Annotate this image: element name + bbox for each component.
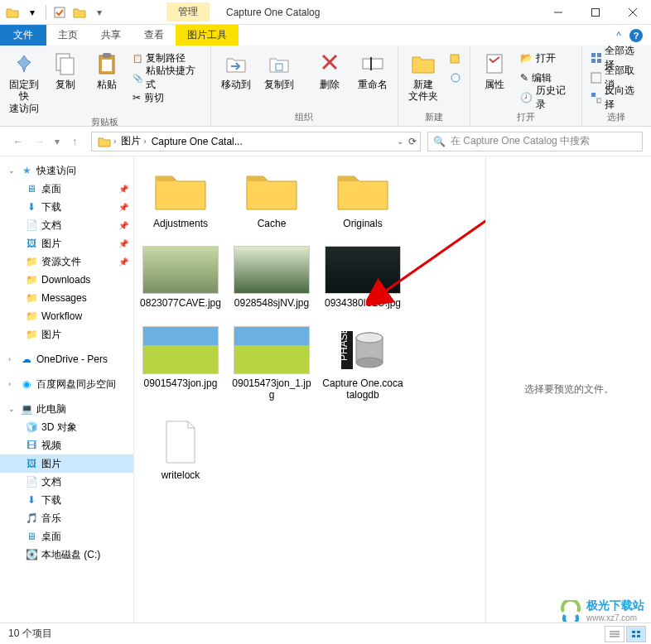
context-tab-manage[interactable]: 管理	[166, 2, 210, 22]
file-image-4[interactable]: 09015473jon.jpg	[139, 326, 222, 401]
recent-dropdown[interactable]: ▾	[51, 132, 63, 151]
nav-desktop2[interactable]: 🖥桌面	[0, 527, 133, 545]
nav-onedrive[interactable]: ›☁OneDrive - Pers	[0, 350, 133, 368]
qat-overflow-icon[interactable]: ▾	[90, 3, 108, 22]
breadcrumb-dropdown-icon[interactable]: ⌄	[397, 137, 403, 146]
copy-button[interactable]: 复制	[46, 47, 84, 90]
disk-icon: 💽	[25, 548, 38, 561]
tab-picture-tools[interactable]: 图片工具	[176, 25, 239, 46]
refresh-icon[interactable]: ⟳	[408, 136, 417, 147]
view-toggles	[605, 626, 646, 642]
breadcrumb[interactable]: › 图片› Capture One Catal... ⌄ ⟳	[91, 132, 421, 151]
paste-button[interactable]: 粘贴	[88, 47, 126, 90]
breadcrumb-seg-pictures[interactable]: 图片›	[118, 134, 148, 148]
svg-rect-15	[451, 55, 459, 63]
new-folder-button[interactable]: 新建 文件夹	[403, 47, 443, 103]
cut-button[interactable]: ✂剪切	[129, 89, 205, 107]
up-button[interactable]: ↑	[65, 132, 84, 151]
breadcrumb-root-icon[interactable]: ›	[95, 136, 118, 147]
svg-rect-20	[591, 59, 596, 63]
close-button[interactable]	[614, 0, 651, 25]
delete-button[interactable]: 删除	[310, 47, 350, 90]
forward-button[interactable]: →	[30, 132, 50, 151]
move-to-button[interactable]: 移动到	[216, 47, 256, 90]
checkbox-icon[interactable]	[51, 3, 69, 22]
paste-shortcut-button[interactable]: 📎粘贴快捷方式	[129, 69, 205, 87]
tab-file[interactable]: 文件	[0, 25, 46, 46]
tab-view[interactable]: 查看	[133, 25, 176, 46]
path-icon: 📋	[133, 54, 142, 63]
file-writelock[interactable]: writelock	[139, 418, 222, 481]
tab-home[interactable]: 主页	[46, 25, 89, 46]
copy-to-button[interactable]: 复制到	[259, 47, 299, 90]
nav-3d-objects[interactable]: 🧊3D 对象	[0, 418, 133, 436]
file-image-3[interactable]: 0934380lCzU.jpg	[321, 246, 404, 309]
pin-icon: 📌	[118, 221, 128, 230]
properties-button[interactable]: 属性	[475, 47, 514, 90]
new-item-button[interactable]	[446, 49, 465, 67]
qat-dropdown-icon[interactable]: ▾	[23, 3, 41, 22]
back-button[interactable]: ←	[8, 132, 28, 151]
nav-local-disk[interactable]: 💽本地磁盘 (C:)	[0, 545, 133, 564]
nav-pictures3[interactable]: 🖼图片	[0, 454, 133, 473]
chevron-right-icon: ›	[143, 137, 146, 146]
folder-originals[interactable]: Originals	[321, 166, 404, 229]
nav-baidu[interactable]: ›◉百度网盘同步空间	[0, 375, 133, 393]
folder-icon[interactable]	[3, 3, 22, 22]
nav-desktop[interactable]: 🖥桌面📌	[0, 180, 133, 198]
svg-rect-36	[637, 631, 640, 633]
group-label-clipboard: 剪贴板	[5, 114, 205, 131]
rename-button[interactable]: 重命名	[353, 47, 393, 90]
nav-downloads[interactable]: ⬇下载📌	[0, 198, 133, 216]
breadcrumb-seg-current[interactable]: Capture One Catal...	[149, 136, 245, 147]
nav-this-pc[interactable]: ⌄💻此电脑	[0, 400, 133, 418]
pin-to-quick-access-button[interactable]: 固定到快 速访问	[5, 47, 43, 114]
nav-downloads-en[interactable]: 📁Downloads	[0, 271, 133, 289]
nav-music[interactable]: 🎵音乐	[0, 509, 133, 527]
file-catalog-db[interactable]: PHASEONE Capture One.cocatalogdb	[321, 326, 404, 401]
tab-share[interactable]: 共享	[89, 25, 133, 46]
svg-rect-21	[597, 59, 601, 63]
svg-rect-8	[103, 53, 111, 58]
chevron-right-icon: ›	[113, 137, 116, 146]
nav-resources[interactable]: 📁资源文件📌	[0, 252, 133, 271]
nav-documents2[interactable]: 📄文档	[0, 473, 133, 491]
ribbon-collapse-icon[interactable]: ^	[616, 30, 621, 41]
help-icon[interactable]: ?	[629, 29, 643, 42]
pin-icon	[11, 50, 37, 77]
search-input[interactable]: 🔍 在 Capture One Catalog 中搜索	[427, 132, 643, 151]
nav-downloads2[interactable]: ⬇下载	[0, 491, 133, 509]
file-list[interactable]: Adjustments Cache Originals 0823077CAVE.…	[134, 156, 485, 622]
easy-access-button[interactable]	[446, 69, 465, 87]
folder-small-icon[interactable]	[70, 3, 89, 22]
folder-adjustments[interactable]: Adjustments	[139, 166, 222, 229]
file-image-5[interactable]: 09015473jon_1.jpg	[230, 326, 313, 401]
group-label-select: 选择	[587, 109, 646, 126]
folder-cache[interactable]: Cache	[230, 166, 313, 229]
history-icon: 🕗	[520, 92, 533, 103]
navigation-pane[interactable]: ⌄★快速访问 🖥桌面📌 ⬇下载📌 📄文档📌 🖼图片📌 📁资源文件📌 📁Downl…	[0, 156, 134, 622]
nav-messages[interactable]: 📁Messages	[0, 289, 133, 307]
new-folder-icon	[410, 50, 436, 77]
details-view-button[interactable]	[605, 626, 624, 642]
download-icon: ⬇	[25, 493, 38, 507]
nav-pictures2[interactable]: 📁图片	[0, 325, 133, 344]
nav-workflow[interactable]: 📁Workflow	[0, 307, 133, 325]
preview-pane: 选择要预览的文件。	[485, 156, 651, 622]
ribbon-right-controls: ^ ?	[608, 25, 651, 46]
nav-quick-access[interactable]: ⌄★快速访问	[0, 161, 133, 180]
video-icon: 🎞	[25, 439, 38, 452]
file-image-1[interactable]: 0823077CAVE.jpg	[139, 246, 222, 309]
properties-icon	[481, 50, 508, 77]
nav-documents[interactable]: 📄文档📌	[0, 216, 133, 234]
maximize-button[interactable]	[576, 0, 614, 25]
open-button[interactable]: 📂打开	[517, 49, 576, 67]
ribbon-tabs: 文件 主页 共享 查看 图片工具 ^ ?	[0, 25, 651, 46]
file-image-2[interactable]: 0928548sjNV.jpg	[230, 246, 313, 309]
nav-pictures[interactable]: 🖼图片📌	[0, 234, 133, 252]
icons-view-button[interactable]	[626, 626, 646, 642]
nav-videos[interactable]: 🎞视频	[0, 436, 133, 454]
invert-selection-button[interactable]: 反向选择	[587, 89, 646, 107]
history-button[interactable]: 🕗历史记录	[517, 89, 576, 107]
minimize-button[interactable]	[539, 0, 576, 25]
